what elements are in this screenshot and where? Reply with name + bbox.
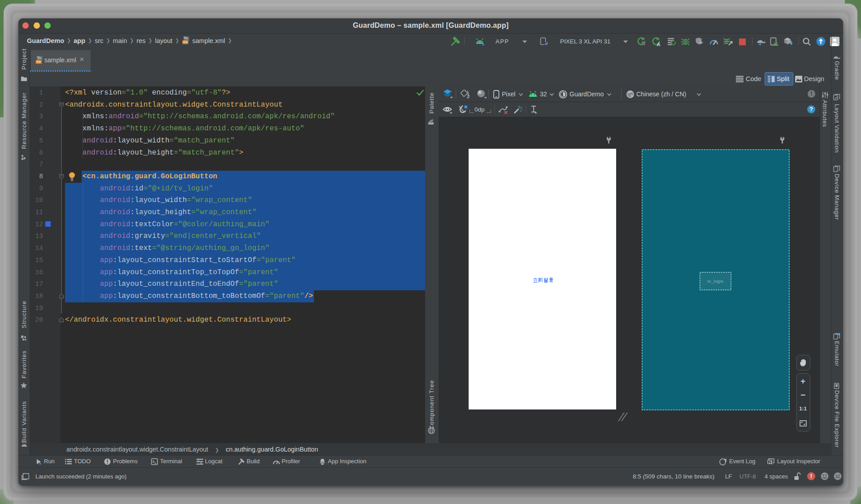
svg-text:A: A xyxy=(657,42,660,47)
svg-text:<>: <> xyxy=(36,60,41,64)
svg-text:<>: <> xyxy=(183,39,187,44)
